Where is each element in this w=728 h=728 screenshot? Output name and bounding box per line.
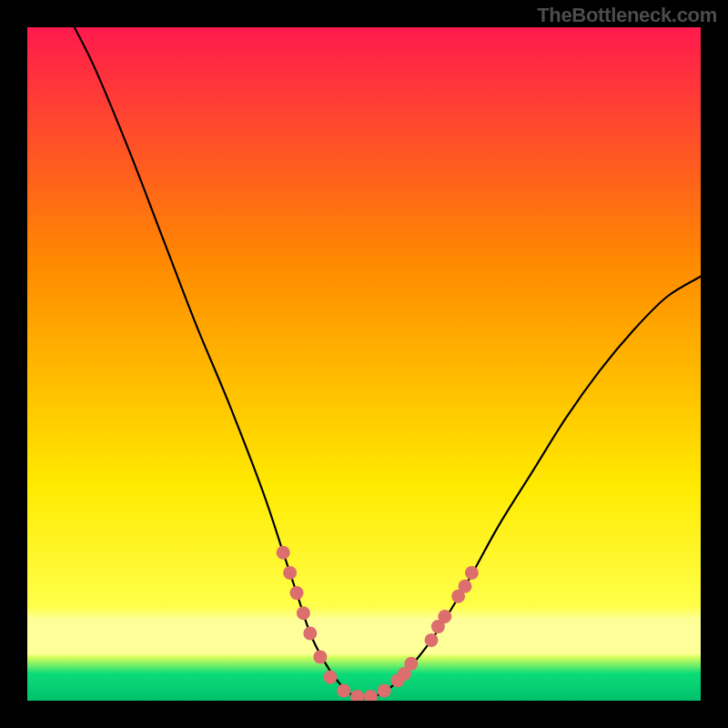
gradient-background (27, 27, 701, 701)
data-marker (465, 566, 479, 580)
data-marker (297, 606, 310, 620)
data-marker (290, 586, 304, 600)
data-marker (277, 546, 290, 560)
data-marker (459, 580, 472, 593)
data-marker (283, 566, 297, 580)
watermark-text: TheBottleneck.com (537, 4, 717, 27)
plot-area (27, 27, 701, 701)
data-marker (425, 633, 439, 647)
data-marker (337, 683, 350, 697)
data-marker (404, 657, 418, 671)
data-marker (303, 627, 317, 641)
chart-svg (27, 27, 701, 701)
chart-container: TheBottleneck.com (0, 0, 728, 728)
data-marker (378, 683, 391, 697)
data-marker (438, 610, 451, 623)
data-marker (313, 650, 327, 663)
data-marker (324, 671, 338, 684)
